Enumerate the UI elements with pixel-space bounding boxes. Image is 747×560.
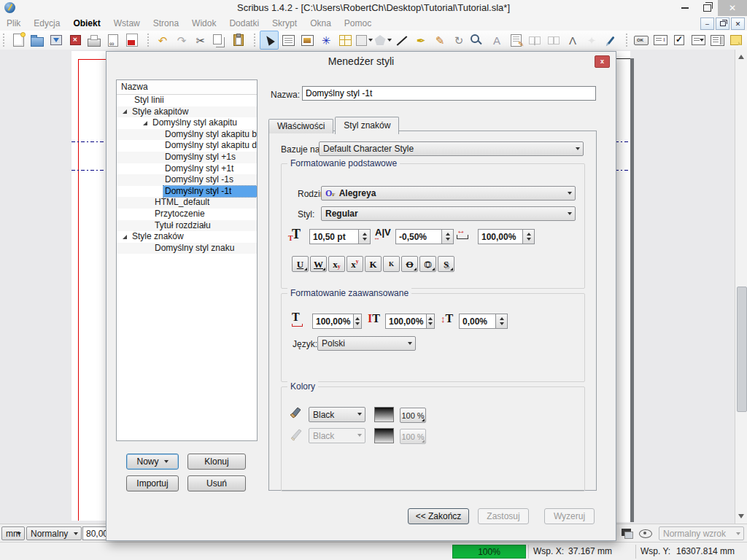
tree-item[interactable]: Domyślny styl -1s — [117, 174, 257, 186]
done-button[interactable]: << Zakończ — [408, 508, 469, 524]
style-name-input[interactable] — [302, 86, 596, 101]
insert-render-frame-button[interactable]: ✳ — [317, 31, 336, 50]
pdf-list-box-button[interactable] — [708, 31, 727, 50]
print-document-button[interactable] — [85, 31, 104, 50]
expander-icon[interactable] — [123, 109, 127, 114]
menu-item-edycja[interactable]: Edycja — [27, 18, 66, 28]
minimize-button[interactable] — [674, 0, 696, 16]
effect-underline-words-button[interactable]: W — [310, 256, 327, 272]
tree-item[interactable]: Style akapitów — [117, 106, 257, 118]
import-style-button[interactable]: Importuj — [126, 475, 179, 491]
eyedropper-button[interactable] — [601, 31, 620, 50]
insert-text-frame-button[interactable] — [279, 31, 298, 50]
measurements-button[interactable]: Λ — [563, 31, 582, 50]
edit-story-button[interactable] — [506, 31, 525, 50]
cut-button[interactable]: ✂ — [191, 31, 210, 50]
insert-polygon-button[interactable] — [374, 31, 392, 50]
insert-bezier-button[interactable]: ✒ — [411, 31, 430, 50]
pdf-text-annotation-button[interactable] — [727, 31, 746, 50]
menu-item-pomoc[interactable]: Pomoc — [338, 18, 378, 28]
effect-shadow-button[interactable]: S — [438, 256, 454, 272]
tree-item[interactable]: Styl linii — [117, 95, 257, 106]
tree-item[interactable]: Domyślny styl akapitu dc — [117, 140, 257, 152]
spinner-buttons[interactable] — [358, 229, 371, 244]
effect-strikethrough-button[interactable]: O — [401, 256, 418, 272]
new-document-button[interactable] — [9, 31, 28, 50]
scrollbar-thumb[interactable] — [737, 287, 747, 412]
edit-contents-button[interactable]: A — [487, 31, 506, 50]
spinner-buttons[interactable] — [495, 314, 508, 329]
mdi-close-button[interactable]: ✕ — [731, 18, 745, 30]
tree-item[interactable]: Domyślny styl +1t — [117, 163, 257, 175]
v-scale-spin[interactable]: 100,00% — [385, 314, 435, 329]
menu-item-widok[interactable]: Widok — [185, 18, 222, 28]
expander-icon[interactable] — [143, 121, 147, 125]
font-size-spin[interactable]: 10,50 pt — [309, 229, 371, 244]
tab-properties[interactable]: Właściwości — [268, 119, 333, 133]
tree-item[interactable]: HTML_default — [117, 197, 257, 209]
spinner-buttons[interactable] — [522, 229, 535, 244]
font-family-select[interactable]: OF Alegreya — [321, 186, 576, 201]
menu-item-dodatki[interactable]: Dodatki — [222, 18, 266, 28]
menu-item-okna[interactable]: Okna — [303, 18, 338, 28]
quality-select[interactable]: Normalny — [26, 526, 82, 540]
font-style-select[interactable]: Regular — [321, 206, 576, 221]
tree-item[interactable]: Domyślny styl -1t — [117, 186, 257, 198]
effect-outline-button[interactable]: O — [419, 256, 436, 272]
insert-table-button[interactable] — [336, 31, 355, 50]
undo-button[interactable]: ↶ — [153, 31, 172, 50]
restore-button[interactable] — [696, 0, 718, 16]
vision-defect-select[interactable]: Normalny wzrok — [659, 526, 744, 540]
tree-item[interactable]: Domyślny styl akapitu bw — [117, 129, 257, 141]
insert-image-frame-button[interactable] — [298, 31, 317, 50]
select-item-button[interactable] — [260, 31, 279, 50]
tab-char-style[interactable]: Styl znaków — [335, 117, 399, 134]
insert-shape-button[interactable] — [355, 31, 374, 50]
save-document-button[interactable] — [47, 31, 66, 50]
zoom-tool-button[interactable] — [468, 31, 487, 50]
fill-shade-button[interactable]: 100 % — [400, 408, 426, 423]
clone-style-button[interactable]: Klonuj — [187, 454, 246, 470]
fill-color-select[interactable]: Black — [309, 407, 365, 422]
pdf-combo-box-button[interactable] — [689, 31, 708, 50]
effect-small-caps-button[interactable]: K — [383, 256, 400, 272]
tree-item[interactable]: Domyślny styl znaku — [117, 243, 257, 254]
rotate-item-button[interactable]: ↻ — [449, 31, 468, 50]
effect-subscript-button[interactable]: xy — [328, 256, 345, 272]
effect-all-caps-button[interactable]: K — [365, 256, 382, 272]
tracking-spin[interactable]: -0,50% — [395, 229, 454, 244]
mdi-minimize-button[interactable]: – — [700, 18, 714, 30]
based-on-select[interactable]: Default Character Style — [319, 141, 584, 156]
insert-freehand-line-button[interactable]: ✎ — [430, 31, 449, 50]
baseline-offset-spin[interactable]: 0,00% — [459, 314, 508, 329]
preview-eye-icon[interactable] — [639, 529, 652, 538]
scroll-down-icon[interactable] — [738, 514, 744, 518]
pdf-checkbox-button[interactable] — [670, 31, 689, 50]
menu-item-plik[interactable]: Plik — [0, 18, 27, 28]
page-left[interactable] — [71, 51, 106, 521]
redo-button[interactable]: ↷ — [172, 31, 191, 50]
dialog-close-button[interactable]: x — [595, 55, 610, 68]
unit-select[interactable]: mm — [1, 526, 25, 540]
menu-item-strona[interactable]: Strona — [147, 18, 185, 28]
delete-style-button[interactable]: Usuń — [187, 475, 246, 491]
tree-item[interactable]: Przytoczenie — [117, 209, 257, 220]
pdf-text-field-button[interactable] — [651, 31, 670, 50]
copy-button[interactable] — [210, 31, 229, 50]
new-style-button[interactable]: Nowy — [126, 454, 179, 470]
char-width-spin[interactable]: 100,00% — [478, 229, 535, 244]
open-document-button[interactable] — [28, 31, 47, 50]
effect-underline-button[interactable]: U — [292, 256, 309, 272]
mdi-restore-button[interactable] — [716, 18, 729, 30]
close-document-button[interactable] — [66, 31, 85, 50]
layer-indicator-icon[interactable] — [622, 529, 631, 536]
preflight-verifier-button[interactable] — [104, 31, 123, 50]
language-select[interactable]: Polski — [317, 336, 416, 351]
paste-button[interactable] — [229, 31, 248, 50]
spinner-buttons[interactable] — [441, 229, 454, 244]
export-pdf-button[interactable] — [123, 31, 142, 50]
scroll-up-icon[interactable] — [738, 55, 744, 59]
close-button[interactable]: ✕ — [718, 0, 747, 16]
tree-item[interactable]: Domyślny styl akapitu — [117, 117, 257, 129]
tree-item[interactable]: Style znaków — [117, 231, 257, 243]
